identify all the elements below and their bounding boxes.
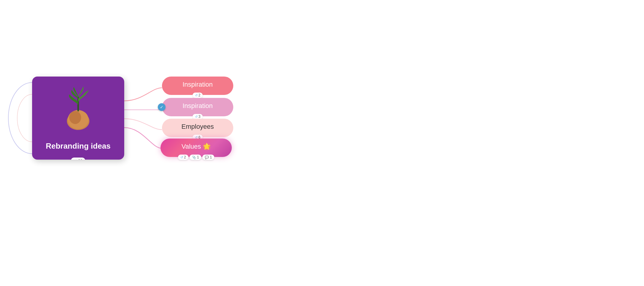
plant-illustration bbox=[57, 82, 99, 130]
values-comment-badge: 💬 1 bbox=[202, 155, 214, 160]
paperclip-icon: 📎 bbox=[192, 155, 196, 159]
employees-label: Employees bbox=[182, 123, 214, 131]
sync-icon: ↺ bbox=[195, 115, 198, 119]
central-badge-count: 26 bbox=[78, 158, 82, 160]
comment-icon: 💬 bbox=[205, 155, 209, 159]
node-employees[interactable]: Employees ↺ 6 bbox=[162, 119, 233, 137]
central-node[interactable]: Rebranding ideas ↺ 26 bbox=[32, 77, 124, 160]
node-values[interactable]: Values 🌟 ↺ 2 📎 1 💬 1 bbox=[160, 139, 232, 157]
sync-icon: ↺ bbox=[74, 159, 77, 160]
node-inspiration1[interactable]: Inspiration ↺ 2 bbox=[162, 77, 233, 95]
mind-map-canvas: Rebranding ideas ↺ 26 Inspiration ↺ 2 ✓ … bbox=[0, 0, 644, 286]
svg-point-4 bbox=[69, 111, 81, 124]
inspiration1-label: Inspiration bbox=[182, 81, 213, 88]
sync-icon: ↺ bbox=[195, 93, 198, 97]
inspiration1-badges: ↺ 2 bbox=[193, 93, 203, 98]
inspiration1-count: 2 bbox=[199, 93, 201, 97]
values-sync-count: 2 bbox=[184, 155, 186, 159]
values-attachment-badge: 📎 1 bbox=[190, 155, 201, 160]
inspiration2-count: 3 bbox=[199, 115, 201, 119]
inspiration2-label: Inspiration bbox=[182, 102, 213, 110]
values-badges: ↺ 2 📎 1 💬 1 bbox=[178, 155, 214, 160]
central-node-badge: ↺ 26 bbox=[71, 158, 85, 160]
central-node-title: Rebranding ideas bbox=[40, 142, 116, 151]
check-badge: ✓ bbox=[158, 103, 166, 111]
inspiration1-sync-badge: ↺ 2 bbox=[193, 93, 203, 98]
node-inspiration2[interactable]: ✓ Inspiration ↺ 3 bbox=[162, 98, 233, 116]
values-attachment-count: 1 bbox=[197, 155, 199, 159]
sync-icon: ↺ bbox=[180, 155, 183, 159]
values-sync-badge: ↺ 2 bbox=[178, 155, 188, 160]
values-comment-count: 1 bbox=[210, 155, 212, 159]
values-label: Values 🌟 bbox=[182, 143, 211, 150]
